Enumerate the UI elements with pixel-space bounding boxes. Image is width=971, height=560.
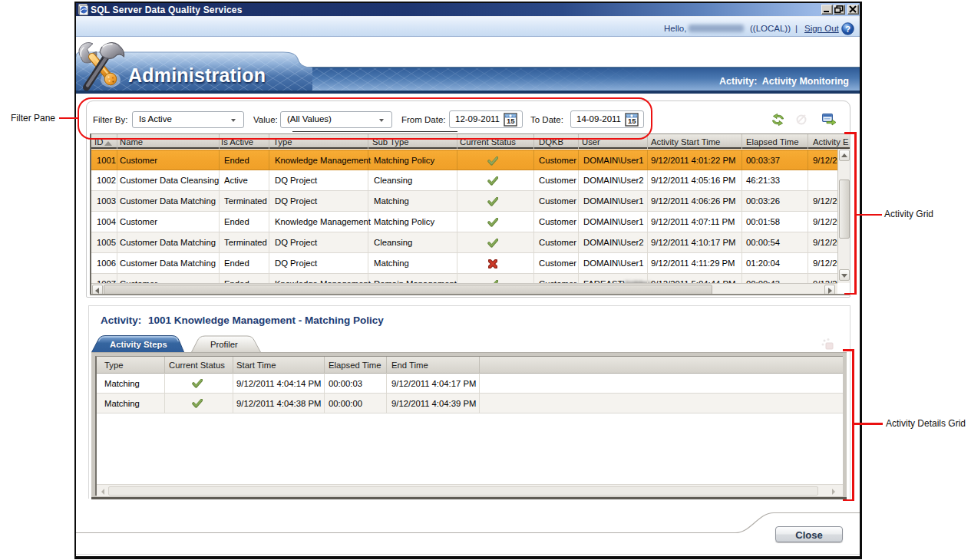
svg-text:?: ? bbox=[845, 25, 850, 34]
